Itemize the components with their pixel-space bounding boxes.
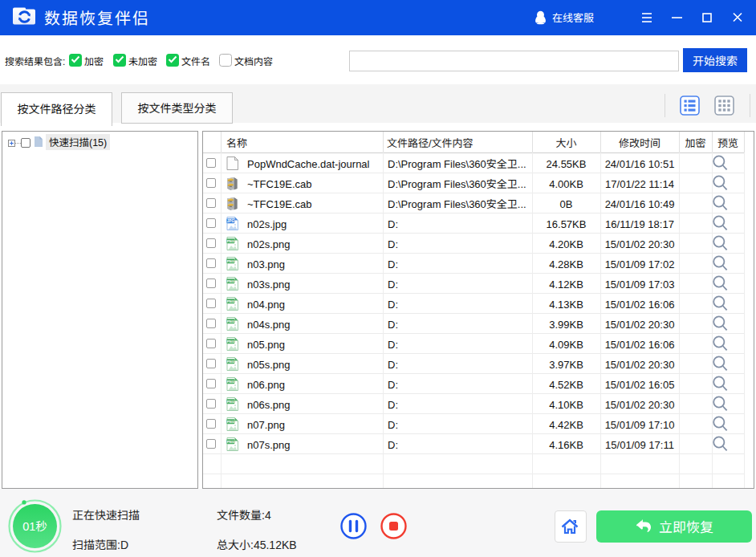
svg-text:PNG: PNG [227,380,235,384]
svg-text:PNG: PNG [227,299,235,303]
svg-text:PNG: PNG [227,239,235,243]
svg-text:PNG: PNG [227,440,235,444]
svg-text:PNG: PNG [227,319,235,323]
svg-text:PNG: PNG [227,400,235,404]
svg-text:PNG: PNG [227,339,235,344]
svg-text:PNG: PNG [227,259,235,263]
svg-text:PNG: PNG [227,360,235,364]
svg-text:JPG: JPG [227,219,235,223]
svg-text:PNG: PNG [227,420,235,424]
svg-text:PNG: PNG [227,279,235,283]
svg-text:01秒: 01秒 [22,517,47,534]
